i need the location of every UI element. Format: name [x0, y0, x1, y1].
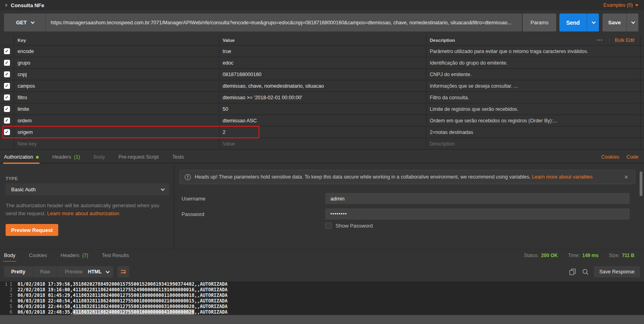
param-row-new: New key Value Description: [0, 138, 644, 150]
url-input[interactable]: https://managersaashom.tecnospeed.com.br…: [46, 14, 522, 31]
param-key-cell[interactable]: encode: [14, 46, 219, 57]
learn-more-variables-link[interactable]: Learn more about variables: [532, 174, 593, 180]
request-tab-bar: Authorization Headers (1) Body Pre-reque…: [0, 151, 644, 163]
new-description-input[interactable]: Description: [427, 138, 640, 149]
type-select-chevron-icon: [161, 187, 165, 191]
active-tab-underline: [3, 163, 40, 164]
check-icon: ✓: [5, 49, 8, 53]
check-icon: ✓: [5, 61, 8, 65]
examples-dropdown[interactable]: Examples (0): [603, 2, 638, 8]
save-chevron-icon: [631, 20, 635, 24]
row-checkbox[interactable]: ✓: [4, 83, 10, 89]
param-row-cnpj: ✓ cnpj 08187168000160 CNPJ do emitente.: [0, 69, 644, 81]
param-description-cell[interactable]: Filtro da consulta.: [427, 92, 640, 103]
check-icon: ✓: [5, 72, 8, 77]
password-field[interactable]: ••••••••: [325, 208, 630, 220]
format-chevron-icon: [106, 269, 110, 273]
params-table: Key Value Description ••• Bulk Edit ✓ en…: [0, 35, 644, 150]
row-checkbox[interactable]: ✓: [4, 48, 10, 54]
format-dropdown[interactable]: HTML: [83, 266, 113, 277]
param-description-cell[interactable]: Limite de registros que serão recebidos.: [427, 104, 640, 114]
search-response-button[interactable]: [581, 267, 590, 276]
description-column-header: Description: [430, 38, 455, 43]
tab-body[interactable]: Body: [94, 151, 105, 163]
banner-text: Heads up! These parameters hold sensitiv…: [195, 174, 593, 180]
check-icon: ✓: [5, 118, 8, 123]
param-key-cell[interactable]: grupo: [14, 57, 219, 68]
param-value-cell[interactable]: edoc: [219, 57, 427, 68]
param-description-cell[interactable]: 2=notas destinadas: [427, 127, 640, 137]
size-label: Size:: [609, 253, 620, 258]
view-raw-button[interactable]: Raw: [33, 266, 57, 277]
row-checkbox[interactable]: ✓: [4, 106, 10, 112]
new-value-input[interactable]: Value: [219, 138, 427, 149]
param-value-cell[interactable]: dtemissao, chave, nomedestinatario, situ…: [219, 81, 427, 91]
fold-info-icon[interactable]: i: [5, 281, 8, 287]
param-key-cell[interactable]: ordem: [14, 115, 219, 126]
send-button[interactable]: Send: [559, 14, 587, 31]
horizontal-scrollbar-track[interactable]: [0, 315, 644, 324]
code-link[interactable]: Code: [626, 154, 638, 160]
param-key-cell[interactable]: limite: [14, 104, 219, 114]
save-options-button[interactable]: [626, 14, 638, 31]
save-button[interactable]: Save: [603, 14, 626, 31]
param-value-cell[interactable]: 2: [219, 127, 427, 137]
tab-response-cookies[interactable]: Cookies: [29, 249, 47, 261]
param-value-cell[interactable]: true: [219, 46, 427, 57]
line-number: 1: [10, 281, 12, 287]
close-icon[interactable]: ✕: [622, 174, 630, 180]
new-key-input[interactable]: New key: [14, 138, 219, 149]
tab-test-results[interactable]: Test Results: [102, 249, 129, 261]
param-key-cell[interactable]: campos: [14, 81, 219, 91]
copy-response-button[interactable]: [568, 267, 577, 276]
tab-response-headers[interactable]: Headers (7): [61, 249, 89, 261]
param-description-cell[interactable]: Identificação do grupo do emitente.: [427, 57, 640, 68]
preview-request-button[interactable]: Preview Request: [6, 224, 58, 236]
vertical-scrollbar[interactable]: [640, 171, 642, 196]
param-description-cell[interactable]: Ordem em que serão recebidos os registro…: [427, 115, 640, 126]
view-pretty-button[interactable]: Pretty: [4, 266, 33, 277]
row-checkbox[interactable]: ✓: [4, 71, 10, 77]
bulk-edit-button[interactable]: Bulk Edit: [609, 37, 634, 43]
param-description-cell[interactable]: Parâmetro utilizado para evitar que o re…: [427, 46, 640, 57]
param-key-cell[interactable]: cnpj: [14, 69, 219, 80]
param-key-cell[interactable]: filtro: [14, 92, 219, 103]
tab-pre-request-script[interactable]: Pre-request Script: [119, 151, 159, 163]
row-checkbox[interactable]: ✓: [4, 60, 10, 66]
tab-response-body[interactable]: Body: [4, 249, 16, 261]
username-field[interactable]: admin: [325, 193, 630, 204]
send-options-button[interactable]: [587, 14, 599, 31]
param-description-cell[interactable]: Informações que se deseja consultar. ...: [427, 81, 640, 91]
tab-tests[interactable]: Tests: [172, 151, 184, 163]
param-value-cell[interactable]: dtemissao ASC: [219, 115, 427, 126]
postman-window: Consulta NFe Examples (0) GET https://ma…: [0, 0, 644, 324]
param-key-cell[interactable]: origem: [14, 127, 219, 137]
cookies-link[interactable]: Cookies: [601, 154, 619, 160]
line-number: 4: [10, 298, 12, 304]
wrap-text-button[interactable]: [117, 266, 129, 277]
tab-headers[interactable]: Headers (1): [52, 151, 80, 163]
tab-authorization[interactable]: Authorization: [4, 151, 39, 163]
response-body-editor[interactable]: i1 01/02/2018 17:39:56,35180202788492000…: [0, 281, 644, 315]
more-options-icon[interactable]: •••: [591, 38, 609, 42]
param-description-cell[interactable]: CNPJ do emitente.: [427, 69, 640, 80]
params-button[interactable]: Params: [523, 14, 556, 31]
param-value-cell[interactable]: dtemissao >= '2018-02-01 00:00:00': [219, 92, 427, 103]
row-checkbox[interactable]: ✓: [4, 94, 10, 100]
save-response-button[interactable]: Save Response: [594, 266, 640, 277]
method-dropdown[interactable]: GET: [4, 14, 46, 31]
row-checkbox[interactable]: ✓: [4, 118, 10, 124]
param-value-cell[interactable]: 08187168000160: [219, 69, 427, 80]
send-chevron-icon: [591, 20, 595, 24]
row-checkbox[interactable]: ✓: [4, 129, 10, 135]
code-line: 6 06/03/2018 22:48:35,411803281186240001…: [0, 309, 644, 315]
param-value-cell[interactable]: 50: [219, 104, 427, 114]
show-password-checkbox[interactable]: [325, 222, 332, 229]
examples-label: Examples (0): [603, 2, 633, 8]
collapse-caret-icon[interactable]: [6, 4, 8, 7]
check-icon: ✓: [5, 95, 8, 100]
learn-more-authorization-link[interactable]: Learn more about authorization: [47, 210, 119, 216]
auth-type-select[interactable]: Basic Auth: [6, 183, 169, 195]
type-label: TYPE: [6, 176, 18, 181]
url-text: https://managersaashom.tecnospeed.com.br…: [51, 20, 512, 26]
